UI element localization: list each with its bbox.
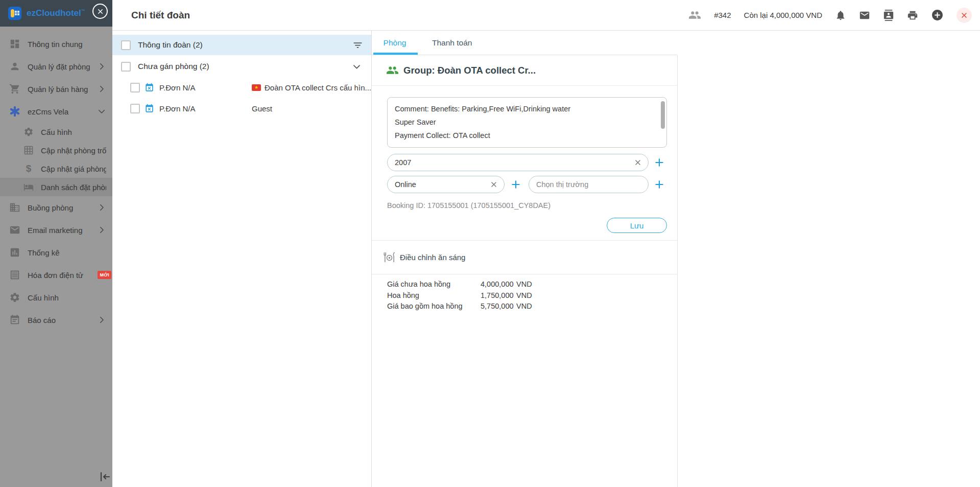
row-checkbox[interactable] <box>130 104 140 113</box>
sidebar-item-cap-nhat-gia-phong[interactable]: $ Cập nhật giá phòng <box>0 159 112 178</box>
chevron-right-icon <box>97 84 106 94</box>
contact-card-icon[interactable] <box>883 10 894 21</box>
row-checkbox[interactable] <box>130 83 140 92</box>
calendar-busy-icon <box>145 104 154 113</box>
group-info-header-row[interactable]: Thông tin đoàn (2) <box>112 35 371 55</box>
mail-icon <box>9 224 20 236</box>
tab-payment[interactable]: Thanh toán <box>418 31 486 55</box>
booking-counter: #342 <box>714 11 731 19</box>
person-icon <box>9 61 20 72</box>
select-all-checkbox[interactable] <box>121 40 131 50</box>
group-detail-panel: Phòng Thanh toán Group: Đoàn OTA collect… <box>372 31 677 487</box>
add-icon[interactable] <box>511 179 521 190</box>
comment-box[interactable]: Comment: Benefits: Parking,Free WiFi,Dri… <box>387 97 667 148</box>
price-row: Giá chưa hoa hồng 4,000,000 VND <box>387 279 677 290</box>
group-code-field <box>387 154 649 171</box>
unassigned-section-row[interactable]: Chưa gán phòng (2) <box>112 58 371 75</box>
collapse-left-icon <box>99 471 111 483</box>
sidebar-item-cau-hinh-2[interactable]: Cấu hình <box>0 286 112 309</box>
brand-name: ezCloudhotel™ <box>27 8 85 18</box>
dollar-icon: $ <box>23 163 34 174</box>
detail-tabs: Phòng Thanh toán <box>372 31 677 55</box>
breakfast-section[interactable]: Điều chỉnh ăn sáng <box>372 240 677 274</box>
group-list-panel: Thông tin đoàn (2) Chưa gán phòng (2) P.… <box>112 31 372 487</box>
cart-icon <box>9 83 20 95</box>
sidebar-item-bao-cao[interactable]: Báo cáo <box>0 309 112 331</box>
sidebar-item-cau-hinh[interactable]: Cấu hình <box>0 123 112 141</box>
market-field <box>529 176 649 193</box>
price-row: Giá bao gồm hoa hồng 5,750,000 VND <box>387 301 677 312</box>
close-page-button[interactable] <box>957 8 972 23</box>
sidebar-item-quan-ly-dat-phong[interactable]: Quản lý đặt phòng <box>0 55 112 78</box>
section-checkbox[interactable] <box>121 62 131 72</box>
save-row: Lưu <box>387 218 667 233</box>
source-market-row <box>387 176 667 193</box>
sidebar-collapse-button[interactable] <box>99 471 111 483</box>
topbar-actions: #342 Còn lại 4,000,000 VND <box>688 8 980 23</box>
booking-id-text: Booking ID: 1705155001 (1705155001_CY8DA… <box>387 201 667 210</box>
clear-icon[interactable] <box>634 158 642 167</box>
active-tab-indicator <box>373 53 418 55</box>
empty-workspace <box>678 31 980 487</box>
printer-icon[interactable] <box>907 10 918 21</box>
guests-icon <box>688 9 701 21</box>
bell-icon[interactable] <box>835 10 846 21</box>
sidebar-item-ezcms-vela[interactable]: ezCms Vela <box>0 100 112 123</box>
bed-icon <box>23 182 34 192</box>
pricing-summary: Giá chưa hoa hồng 4,000,000 VND Hoa hồng… <box>372 279 677 312</box>
market-input[interactable] <box>536 180 642 189</box>
guest-cell: Guest <box>252 104 272 113</box>
clear-icon[interactable] <box>490 180 498 189</box>
booking-row[interactable]: P.Đơn N/A Guest <box>112 100 371 117</box>
booking-row[interactable]: P.Đơn N/A ★ Đoàn OTA collect Crs cấu hìn… <box>112 79 371 96</box>
report-icon <box>9 314 20 326</box>
calendar-busy-icon <box>145 83 154 92</box>
sidebar-item-email-marketing[interactable]: Email marketing <box>0 219 112 241</box>
chevron-down-icon[interactable] <box>352 62 362 72</box>
detail-body: Comment: Benefits: Parking,Free WiFi,Dri… <box>372 97 677 233</box>
save-button[interactable]: Lưu <box>607 218 667 233</box>
sidebar-item-thong-ke[interactable]: Thống kê <box>0 241 112 264</box>
sidebar: ezCloudhotel™ Thông tin chung Quản lý đặ… <box>0 0 112 487</box>
group-code-row <box>387 154 667 171</box>
sidebar-item-danh-sach-dat-phong[interactable]: Danh sách đặt phòng <box>0 178 112 196</box>
source-input[interactable] <box>395 180 490 189</box>
group-title: Group: Đoàn OTA collect Cr... <box>403 65 536 76</box>
close-icon <box>97 8 104 15</box>
modal-close-button[interactable] <box>92 4 108 19</box>
dashboard-icon <box>9 38 20 50</box>
comment-line: Comment: Benefits: Parking,Free WiFi,Dri… <box>395 102 653 115</box>
chevron-right-icon <box>97 225 106 235</box>
building-icon <box>9 202 20 213</box>
sidebar-item-cap-nhat-phong-trong[interactable]: Cập nhật phòng trống <box>0 141 112 159</box>
add-icon[interactable] <box>654 179 664 190</box>
breakfast-label: Điều chỉnh ăn sáng <box>400 253 465 262</box>
comment-line: Payment Collect: OTA collect <box>395 129 653 142</box>
restaurant-icon <box>383 251 396 263</box>
sidebar-menu: Thông tin chung Quản lý đặt phòng Quản l… <box>0 27 112 331</box>
source-field <box>387 176 505 193</box>
guest-cell: ★ Đoàn OTA collect Crs cấu hìn... <box>252 83 371 92</box>
add-circle-icon[interactable] <box>931 9 944 21</box>
tab-rooms[interactable]: Phòng <box>372 31 418 55</box>
add-icon[interactable] <box>654 157 664 168</box>
bar-chart-icon <box>9 247 20 258</box>
asterisk-icon <box>9 106 20 117</box>
page-title: Chi tiết đoàn <box>131 10 688 21</box>
brand-logo-icon <box>8 7 21 20</box>
comment-scrollbar[interactable] <box>661 101 665 129</box>
chevron-right-icon <box>97 203 106 212</box>
filter-icon[interactable] <box>352 40 363 51</box>
group-people-icon <box>386 64 399 77</box>
sidebar-item-buong-phong[interactable]: Buồng phòng <box>0 196 112 219</box>
mail-icon[interactable] <box>859 10 870 21</box>
comment-line: Super Saver <box>395 115 653 129</box>
sidebar-item-hoa-don-dien-tu[interactable]: Hóa đơn điện tử MỚI <box>0 264 112 286</box>
sidebar-item-quan-ly-ban-hang[interactable]: Quản lý bán hàng <box>0 78 112 100</box>
sidebar-item-thong-tin-chung[interactable]: Thông tin chung <box>0 33 112 55</box>
chevron-right-icon <box>97 62 106 71</box>
group-code-input[interactable] <box>395 158 634 167</box>
panel-divider <box>677 55 678 487</box>
grid-icon <box>23 145 34 155</box>
price-row: Hoa hồng 1,750,000 VND <box>387 290 677 302</box>
